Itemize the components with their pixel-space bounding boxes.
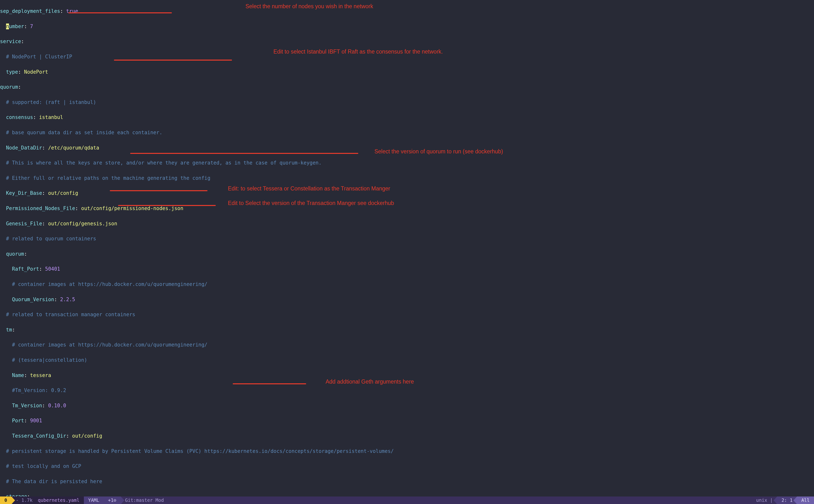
code-editor[interactable]: sep_deployment_files: true number: 7 ser…	[0, 0, 814, 496]
yaml-key: Key_Dir_Base	[6, 190, 42, 196]
yaml-value: NodePort	[24, 69, 48, 75]
yaml-comment: # related to quorum containers	[6, 236, 96, 242]
yaml-comment: # This is where all the keys are store, …	[6, 160, 322, 166]
yaml-comment: # (tessera|constellation)	[12, 357, 87, 363]
yaml-comment: # supported: (raft | istanbul)	[6, 99, 96, 105]
yaml-key: Node_DataDir	[6, 145, 42, 151]
yaml-key: Raft_Port	[12, 266, 39, 272]
yaml-value: out/config/genesis.json	[48, 221, 117, 227]
yaml-value: 9001	[30, 418, 42, 424]
yaml-value: true	[66, 8, 78, 14]
yaml-key: Tessera_Config_Dir	[12, 433, 66, 439]
editor-cursor: n	[6, 24, 9, 29]
yaml-key: consensus	[6, 114, 33, 120]
yaml-comment: # related to transaction manager contain…	[6, 312, 135, 317]
yaml-comment: # Either full or relative paths on the m…	[6, 175, 210, 181]
yaml-key: type	[6, 69, 18, 75]
yaml-key: tm	[6, 327, 12, 333]
yaml-key: Quorum_Version	[12, 297, 54, 302]
yaml-comment: # base quorum data dir as set inside eac…	[6, 130, 162, 135]
annotation-text: Add addtional Geth arguments here	[325, 378, 570, 385]
status-scroll-percent: All	[797, 496, 814, 504]
yaml-key: sep_deployment_files	[0, 8, 60, 14]
yaml-comment: # NodePort | ClusterIP	[6, 54, 72, 60]
yaml-comment: #Tm_Version: 0.9.2	[12, 387, 66, 393]
yaml-value: 2.2.5	[60, 297, 75, 302]
annotation-underline	[233, 383, 306, 384]
yaml-key: Genesis_File	[6, 221, 42, 227]
yaml-key: Tm_Version	[12, 403, 42, 409]
yaml-value: tessera	[30, 372, 51, 378]
yaml-comment: # container images at https://hub.docker…	[12, 342, 207, 348]
yaml-value: istanbul	[39, 114, 63, 120]
yaml-value: out/config	[48, 190, 78, 196]
yaml-comment: # test locally and on GCP	[6, 463, 81, 469]
yaml-key: quorum	[0, 84, 18, 90]
yaml-value: 0.10.0	[48, 403, 66, 409]
yaml-value: out/config/permissioned-nodes.json	[81, 205, 183, 211]
yaml-key: service	[0, 39, 21, 44]
status-warn-count[interactable]: 0	[0, 496, 11, 504]
status-filetype: YAML	[84, 496, 104, 504]
yaml-comment: # The data dir is persisted here	[6, 479, 102, 484]
yaml-value: 50401	[45, 266, 60, 272]
vim-statusbar: 0 - 1.7k qubernetes.yaml YAML +1⊙ Git:ma…	[0, 496, 814, 504]
yaml-key: Port	[12, 418, 24, 424]
annotation-underline	[130, 153, 358, 154]
yaml-key: Permissioned_Nodes_File	[6, 205, 75, 211]
yaml-key: quorum	[6, 251, 24, 257]
status-filesize: - 1.7k	[11, 496, 37, 504]
status-git-branch: Git:master Mod	[121, 496, 168, 504]
yaml-key: umber	[9, 24, 24, 29]
yaml-comment: # persistent storage is handled by Persi…	[6, 448, 394, 454]
yaml-value: out/config	[72, 433, 102, 439]
yaml-value: /etc/quorum/qdata	[48, 145, 99, 151]
status-filename: qubernetes.yaml	[37, 496, 84, 504]
yaml-comment: # container images at https://hub.docker…	[12, 281, 207, 287]
yaml-key: Name	[12, 372, 24, 378]
yaml-value: 7	[30, 24, 33, 29]
